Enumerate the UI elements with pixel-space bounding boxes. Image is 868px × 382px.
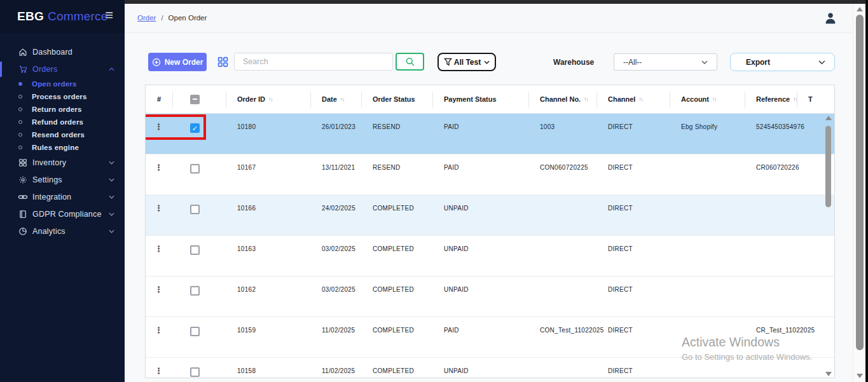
column-header-date[interactable]: Date↑↓ [310,85,361,113]
table-row[interactable]: ⋮1015911/02/2025COMPLETEDPAIDCON_Test_11… [146,317,834,358]
kebab-menu-icon[interactable]: ⋮ [155,163,163,172]
kebab-menu-icon[interactable]: ⋮ [155,244,163,254]
sidebar-item-label: Settings [32,175,62,184]
table-header-row: #Order ID↑↓Date↑↓Order StatusPayment Sta… [146,85,834,114]
cell-order-status: COMPLETED [361,317,432,357]
window-scrollbar-thumb[interactable] [856,15,864,350]
row-checkbox[interactable] [190,205,200,214]
sidebar-item-return-orders[interactable]: Return orders [0,103,125,116]
scroll-down-icon[interactable] [825,372,832,376]
kebab-menu-icon[interactable]: ⋮ [155,203,163,213]
funnel-icon [444,58,452,66]
hamburger-menu-icon[interactable]: ≡ [105,8,113,22]
table-row[interactable]: ⋮1015811/02/2025COMPLETEDUNPAIDDIRECT [146,358,834,378]
sidebar-item-analytics[interactable]: Analytics [0,223,125,240]
plus-circle-icon [152,58,161,67]
cell-select [172,358,226,378]
row-checkbox[interactable] [190,327,200,336]
column-label: Order Status [373,95,415,103]
cell-date: 03/02/2025 [310,276,361,317]
cell-channel-no [528,236,596,276]
cell-select [172,236,226,276]
sidebar-item-open-orders[interactable]: Open orders [0,78,125,90]
breadcrumb: Order / Open Order [137,14,207,22]
cell-select [172,317,226,357]
sidebar-item-label: GDPR Compliance [32,210,102,219]
sidebar-item-refund-orders[interactable]: Refund orders [0,116,125,128]
sidebar-item-orders[interactable]: Orders [0,61,125,78]
column-header-t: T [797,85,834,113]
brand-light: Commerce [48,10,108,24]
table-row[interactable]: ⋮1016713/11/2021RESENDPAIDCON060720225DI… [146,154,834,195]
cell-order-status: COMPLETED [361,236,432,276]
sidebar-item-label: Inventory [32,158,66,167]
filter-label: All Test [454,58,481,67]
scroll-up-icon[interactable] [857,7,863,11]
kebab-menu-icon[interactable]: ⋮ [155,285,163,294]
kebab-menu-icon[interactable]: ⋮ [155,366,163,376]
cell-channel-no [528,276,596,317]
table-row[interactable]: ⋮1016624/02/2025COMPLETEDUNPAIDDIRECT [146,195,834,236]
column-header-channel-no[interactable]: Channel No.↑↓ [528,85,596,113]
cell-channel: DIRECT [596,114,670,154]
column-header-account[interactable]: Account↑↓ [670,85,745,113]
warehouse-select[interactable]: --All-- [614,53,717,71]
row-checkbox[interactable]: ✓ [190,123,200,133]
column-label: # [157,95,161,103]
sidebar-item-label: Refund orders [32,118,83,126]
row-checkbox[interactable] [190,245,200,255]
cell-date: 13/11/2021 [310,154,361,194]
kebab-menu-icon[interactable]: ⋮ [155,122,163,132]
cell-payment-status: PAID [432,317,528,357]
search-button[interactable] [396,53,424,71]
column-header-reference[interactable]: Reference↑↓ [745,85,797,113]
table-row[interactable]: ⋮1016303/02/2025COMPLETEDUNPAIDDIRECT [146,236,834,276]
scroll-down-icon[interactable] [857,374,863,378]
user-profile-icon[interactable] [823,11,837,25]
sidebar-item-dashboard[interactable]: Dashboard [0,44,125,60]
row-checkbox[interactable] [190,164,200,174]
sidebar-item-integration[interactable]: Integration [0,189,125,205]
cell-account: Ebg Shopify [670,114,745,154]
sidebar-item-process-orders[interactable]: Process orders [0,90,125,103]
sort-arrows-icon[interactable]: ↑↓ [340,96,345,102]
cell-order-id: 10159 [226,317,310,357]
sort-arrows-icon[interactable]: ↑↓ [638,96,643,102]
sidebar-item-label: Dashboard [32,48,72,57]
kebab-menu-icon[interactable]: ⋮ [155,325,163,335]
column-header-select-all[interactable] [172,85,226,113]
column-header-order-id[interactable]: Order ID↑↓ [226,85,310,113]
row-checkbox[interactable] [190,367,200,377]
sort-arrows-icon[interactable]: ↑↓ [268,96,273,102]
sort-arrows-icon[interactable]: ↑↓ [584,96,588,102]
sidebar-item-label: Analytics [32,227,65,236]
sidebar-item-rules-engine[interactable]: Rules engine [0,141,125,154]
filter-button[interactable]: All Test [437,53,496,71]
select-all-checkbox[interactable] [190,95,200,104]
sidebar-item-label: Rules engine [32,144,79,151]
search-input[interactable] [234,53,393,71]
sidebar-item-inventory[interactable]: Inventory [0,154,125,171]
sidebar-item-label: Open orders [32,80,77,88]
grid-view-icon[interactable] [217,57,228,67]
sidebar-item-resend-orders[interactable]: Resend orders [0,128,125,141]
table-scrollbar-thumb[interactable] [825,126,831,207]
sort-arrows-icon[interactable]: ↑↓ [712,96,717,102]
column-header-channel[interactable]: Channel↑↓ [596,85,670,113]
sidebar-item-gdpr-compliance[interactable]: GDPR Compliance [0,206,125,222]
table-row[interactable]: ⋮1016203/02/2025COMPLETEDUNPAIDDIRECT [146,276,834,317]
breadcrumb-order-link[interactable]: Order [137,14,156,22]
sidebar-item-settings[interactable]: Settings [0,172,125,188]
bullet-icon [18,95,22,99]
table-scrollbar[interactable] [823,116,833,376]
table-row[interactable]: ⋮✓1018026/01/2023RESENDPAID1003DIRECTEbg… [146,114,834,154]
window-scrollbar[interactable] [853,4,865,382]
cell-account [670,276,745,317]
cell-order-id: 10162 [226,276,310,317]
cell-reference [745,358,797,378]
export-select[interactable]: Export [730,53,835,71]
new-order-button[interactable]: New Order [148,53,207,71]
sidebar-item-label: Orders [32,65,57,74]
scroll-up-icon[interactable] [825,116,832,120]
row-checkbox[interactable] [190,286,200,296]
